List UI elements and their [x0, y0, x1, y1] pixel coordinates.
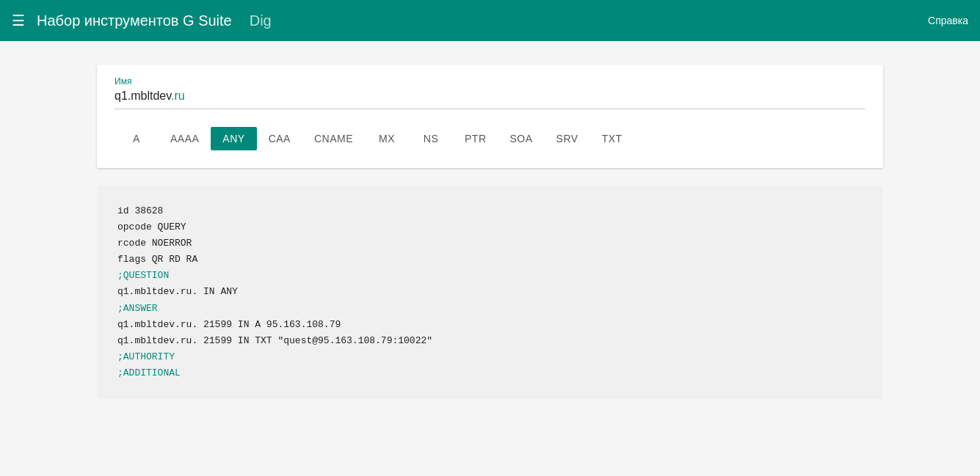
result-line-9: ;AUTHORITY: [117, 349, 863, 365]
result-line-5: q1.mbltdev.ru. IN ANY: [117, 284, 863, 300]
result-line-0: id 38628: [117, 203, 863, 219]
result-line-10: ;ADDITIONAL: [117, 365, 863, 381]
results-card: id 38628opcode QUERYrcode NOERRORflags Q…: [97, 186, 883, 399]
result-line-8: q1.mbltdev.ru. 21599 IN TXT "quest@95.16…: [117, 333, 863, 349]
search-card: Имя q1.mbltdev.ru A AAAA ANY CAA CNAME M…: [97, 65, 883, 168]
dns-type-a[interactable]: A: [115, 127, 159, 150]
result-line-3: flags QR RD RA: [117, 252, 863, 268]
app-subtitle: Dig: [250, 12, 272, 29]
main-content: Имя q1.mbltdev.ru A AAAA ANY CAA CNAME M…: [0, 41, 980, 422]
dns-type-ns[interactable]: NS: [409, 127, 453, 150]
domain-plain-part: q1.mbltdev: [115, 89, 171, 102]
dns-type-any[interactable]: ANY: [211, 127, 256, 150]
header-right: Справка: [928, 14, 968, 27]
header-left: ☰ Набор инструментов G Suite Dig: [12, 12, 272, 29]
result-line-4: ;QUESTION: [117, 268, 863, 284]
domain-tld-part: .ru: [171, 89, 185, 102]
field-label: Имя: [115, 76, 865, 87]
result-line-7: q1.mbltdev.ru. 21599 IN A 95.163.108.79: [117, 317, 863, 333]
app-title: Набор инструментов G Suite: [37, 12, 232, 29]
dns-type-soa[interactable]: SOA: [498, 127, 545, 150]
result-line-6: ;ANSWER: [117, 301, 863, 317]
dns-type-cname[interactable]: CNAME: [302, 127, 365, 150]
result-line-2: rcode NOERROR: [117, 235, 863, 252]
dns-type-ptr[interactable]: PTR: [453, 127, 498, 150]
menu-icon[interactable]: ☰: [12, 12, 25, 29]
dns-type-aaaa[interactable]: AAAA: [159, 127, 211, 150]
domain-input-display[interactable]: q1.mbltdev.ru: [115, 89, 865, 103]
dns-type-buttons: A AAAA ANY CAA CNAME MX NS PTR SOA SRV T…: [115, 127, 865, 150]
help-link[interactable]: Справка: [928, 15, 968, 26]
dns-type-txt[interactable]: TXT: [590, 127, 634, 150]
app-header: ☰ Набор инструментов G Suite Dig Справка: [0, 0, 980, 41]
dns-type-caa[interactable]: CAA: [257, 127, 302, 150]
result-line-1: opcode QUERY: [117, 219, 863, 235]
dns-type-mx[interactable]: MX: [365, 127, 409, 150]
dns-type-srv[interactable]: SRV: [545, 127, 590, 150]
